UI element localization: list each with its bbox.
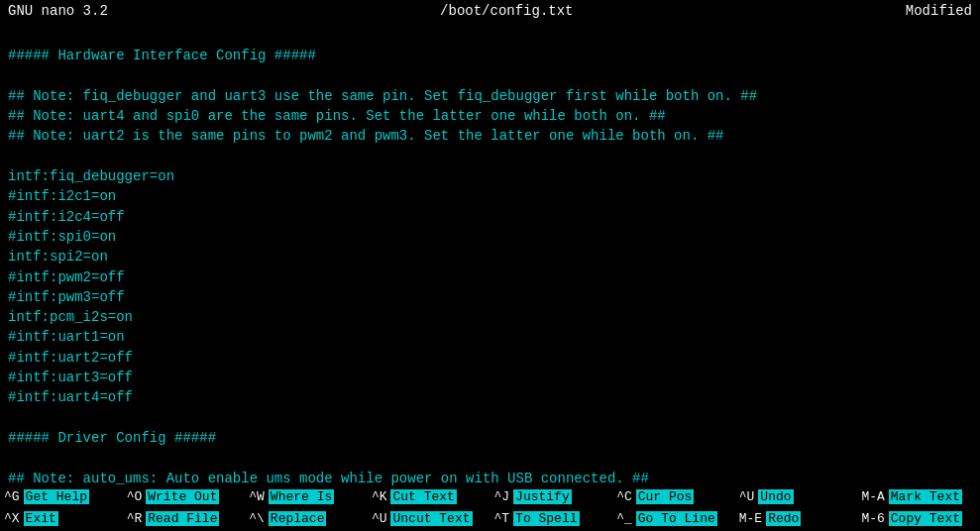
shortcut-label: Replace (269, 511, 327, 526)
shortcut-label: Read File (146, 511, 219, 526)
shortcut-item[interactable]: ^CCur Pos (612, 485, 735, 507)
title-status: Modified (906, 3, 972, 19)
shortcut-label: Cut Text (390, 489, 456, 504)
shortcut-label: Copy Text (889, 511, 962, 526)
shortcut-label: Exit (24, 511, 58, 526)
editor-area[interactable]: ##### Hardware Interface Config ##### ##… (0, 22, 980, 485)
shortcut-key: ^J (494, 489, 510, 504)
shortcut-label: Go To Line (636, 511, 717, 526)
shortcut-key: ^X (4, 511, 20, 526)
editor-line: #intf:uart4=off (8, 387, 972, 407)
title-app-name: GNU nano 3.2 (8, 3, 108, 19)
shortcut-label: To Spell (513, 511, 579, 526)
shortcut-label: Mark Text (889, 489, 962, 504)
shortcut-key: ^T (494, 511, 510, 526)
editor-line: #intf:uart2=off (8, 348, 972, 368)
shortcut-key: ^W (249, 489, 265, 504)
shortcut-item[interactable]: ^RRead File (123, 507, 246, 529)
shortcut-label: Uncut Text (390, 511, 472, 526)
editor-line: intf:spi2=on (8, 247, 972, 266)
shortcut-item[interactable]: ^UUncut Text (368, 507, 490, 529)
editor-line (8, 66, 972, 86)
editor-line: #intf:spi0=on (8, 227, 972, 247)
editor-line: ## Note: fiq_debugger and uart3 use the … (8, 86, 972, 106)
shortcut-label: Write Out (146, 489, 219, 504)
editor-line: #intf:i2c1=on (8, 186, 972, 206)
editor-line (8, 408, 972, 428)
shortcut-item[interactable]: M-ERedo (735, 507, 858, 529)
shortcut-key: ^U (739, 489, 755, 504)
shortcut-key: ^_ (616, 511, 632, 526)
editor-line: #intf:pwm2=off (8, 267, 972, 287)
shortcut-key: M-6 (861, 511, 884, 526)
shortcut-item[interactable]: M-6Copy Text (857, 507, 980, 529)
shortcut-item[interactable]: ^TTo Spell (490, 507, 613, 529)
editor-line: ##### Driver Config ##### (8, 428, 972, 448)
editor-line (8, 26, 972, 46)
shortcut-key: ^U (372, 511, 387, 526)
title-bar: GNU nano 3.2 /boot/config.txt Modified (0, 0, 980, 22)
app: GNU nano 3.2 /boot/config.txt Modified #… (0, 0, 980, 531)
editor-line: ##### Hardware Interface Config ##### (8, 46, 972, 65)
shortcut-item[interactable]: ^GGet Help (0, 485, 123, 507)
title-filename: /boot/config.txt (440, 3, 573, 19)
shortcut-label: Where Is (269, 489, 334, 504)
editor-line (8, 448, 972, 468)
editor-line: ## Note: uart2 is the same pins to pwm2 … (8, 126, 972, 146)
highlighted-text: intf:spi2=on (8, 249, 108, 265)
shortcut-label: Get Help (24, 489, 89, 504)
shortcut-item[interactable]: ^_Go To Line (612, 507, 735, 529)
shortcut-key: ^R (127, 511, 143, 526)
shortcut-label: Cur Pos (636, 489, 695, 504)
editor-line: ## Note: auto_ums: Auto enable ums mode … (8, 469, 972, 485)
editor-line: intf:fiq_debugger=on (8, 166, 972, 186)
editor-line: #intf:i2c4=off (8, 207, 972, 227)
shortcut-item[interactable]: ^XExit (0, 507, 123, 529)
shortcut-key: ^\ (249, 511, 265, 526)
shortcut-key: M-E (739, 511, 762, 526)
shortcut-key: ^C (616, 489, 632, 504)
editor-line: #intf:uart1=on (8, 327, 972, 347)
shortcut-label: Justify (513, 489, 572, 504)
editor-line: intf:pcm_i2s=on (8, 307, 972, 327)
shortcut-item[interactable]: ^KCut Text (368, 485, 490, 507)
shortcut-item[interactable]: M-AMark Text (857, 485, 980, 507)
editor-line: ## Note: uart4 and spi0 are the same pin… (8, 106, 972, 126)
editor-line (8, 147, 972, 166)
editor-line: #intf:pwm3=off (8, 287, 972, 307)
shortcut-label: Undo (758, 489, 793, 504)
shortcut-key: ^G (4, 489, 20, 504)
shortcut-item[interactable]: ^\Replace (245, 507, 368, 529)
shortcut-item[interactable]: ^UUndo (735, 485, 858, 507)
shortcut-key: ^K (372, 489, 387, 504)
shortcut-key: M-A (861, 489, 884, 504)
shortcut-bar: ^GGet Help^OWrite Out^WWhere Is^KCut Tex… (0, 485, 980, 531)
shortcut-label: Redo (766, 511, 801, 526)
shortcut-key: ^O (127, 489, 143, 504)
shortcut-item[interactable]: ^OWrite Out (123, 485, 246, 507)
editor-line: #intf:uart3=off (8, 368, 972, 387)
shortcut-item[interactable]: ^WWhere Is (245, 485, 368, 507)
shortcut-item[interactable]: ^JJustify (490, 485, 613, 507)
